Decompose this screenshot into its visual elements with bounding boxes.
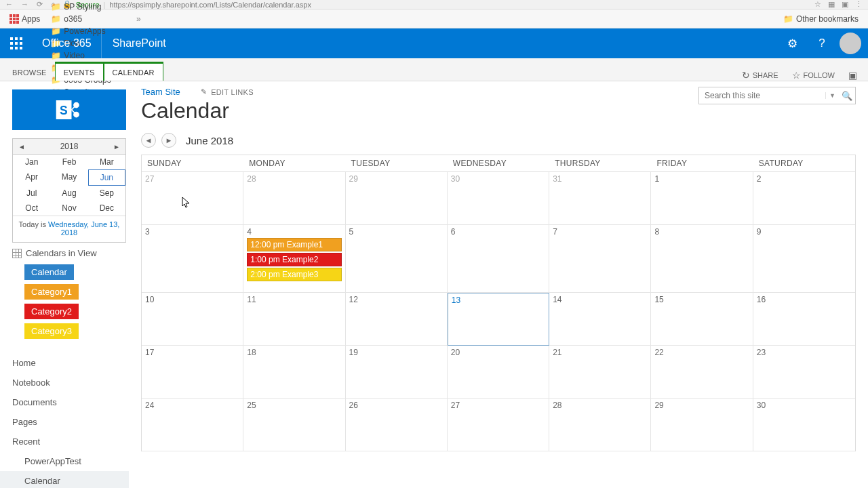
calendar-chip[interactable]: Category3 <box>24 323 79 339</box>
site-logo[interactable]: S <box>12 89 126 130</box>
month-cell[interactable]: Sep <box>88 186 125 201</box>
calendar-cell[interactable]: 18 <box>243 346 345 399</box>
quicklaunch-item[interactable]: Pages <box>0 412 129 432</box>
ribbon-tab-calendar[interactable]: CALENDAR <box>104 62 163 81</box>
focus-button[interactable]: ▣ <box>842 70 864 81</box>
calendar-cell[interactable]: 22 <box>651 346 753 399</box>
calendar-cell[interactable]: 3 <box>142 225 243 293</box>
calendar-cell[interactable]: 9 <box>753 225 855 293</box>
url-text[interactable]: https://spsimply.sharepoint.com/Lists/Ca… <box>109 1 311 9</box>
quicklaunch-item[interactable]: Documents <box>0 392 129 412</box>
calendar-cell[interactable]: 31 <box>549 172 651 225</box>
back-icon[interactable]: ← <box>5 0 13 9</box>
month-cell[interactable]: Jul <box>13 186 50 201</box>
calendar-cell[interactable]: 13 <box>448 293 549 346</box>
calendar-cell[interactable]: 29 <box>651 399 753 451</box>
follow-button[interactable]: ☆FOLLOW <box>785 70 842 81</box>
search-scope-dropdown[interactable]: ▼ <box>825 92 839 99</box>
calendar-cell[interactable]: 412:00 pm Example11:00 pm Example22:00 p… <box>243 225 345 293</box>
quicklaunch-item[interactable]: Calendar <box>0 471 129 488</box>
ribbon-tab-events[interactable]: EVENTS <box>55 62 104 81</box>
calendar-cell[interactable]: 6 <box>448 225 549 293</box>
calendar-cell[interactable]: 17 <box>142 346 243 399</box>
calendar-cell[interactable]: 24 <box>142 399 243 451</box>
calendar-cell[interactable]: 20 <box>448 346 549 399</box>
calendar-chip[interactable]: Category1 <box>24 284 79 300</box>
calendar-cell[interactable]: 30 <box>753 399 855 451</box>
edit-links[interactable]: ✎EDIT LINKS <box>201 87 254 96</box>
month-cell[interactable]: May <box>50 169 87 186</box>
calendar-cell[interactable]: 12 <box>346 293 448 346</box>
site-link[interactable]: Team Site <box>141 87 180 97</box>
settings-button[interactable]: ⚙ <box>777 28 807 58</box>
calendar-cell[interactable]: 16 <box>753 293 855 346</box>
prev-month[interactable]: ◄ <box>141 133 156 148</box>
day-number: 1 <box>654 174 749 184</box>
calendar-cell[interactable]: 11 <box>243 293 345 346</box>
calendar-cell[interactable]: 29 <box>346 172 448 225</box>
month-cell[interactable]: Jan <box>13 155 50 169</box>
quicklaunch-item[interactable]: Recent <box>0 432 129 451</box>
calendar-cell[interactable]: 25 <box>243 399 345 451</box>
star-icon[interactable]: ☆ <box>814 0 821 9</box>
prev-year[interactable]: ◄ <box>18 143 25 150</box>
month-cell[interactable]: Apr <box>13 169 50 186</box>
quicklaunch-item[interactable]: PowerAppTest <box>0 451 129 471</box>
calendar-chip[interactable]: Category2 <box>24 304 79 319</box>
search-input[interactable] <box>699 91 825 100</box>
calendar-cell[interactable]: 28 <box>549 399 651 451</box>
calendar-event[interactable]: 12:00 pm Example1 <box>247 238 341 251</box>
bookmark-item[interactable]: 📁o365 <box>47 13 130 25</box>
month-cell[interactable]: Mar <box>88 155 125 169</box>
calendar-cell[interactable]: 27 <box>142 172 243 225</box>
calendar-cell[interactable]: 21 <box>549 346 651 399</box>
menu-icon[interactable]: ⋮ <box>855 0 863 9</box>
user-avatar[interactable] <box>840 33 861 54</box>
calendar-cell[interactable]: 15 <box>651 293 753 346</box>
month-cell[interactable]: Jun <box>88 169 125 186</box>
month-cell[interactable]: Oct <box>13 201 50 216</box>
reload-icon[interactable]: ⟳ <box>37 0 43 9</box>
app-launcher[interactable] <box>0 28 33 58</box>
quicklaunch-item[interactable]: Home <box>0 353 129 373</box>
calendar-event[interactable]: 2:00 pm Example3 <box>247 268 341 281</box>
calendar-cell[interactable]: 23 <box>753 346 855 399</box>
calendar-cell[interactable]: 28 <box>243 172 345 225</box>
day-number: 31 <box>553 174 647 184</box>
calendar-cell[interactable]: 1 <box>651 172 753 225</box>
calendar-event[interactable]: 1:00 pm Example2 <box>247 253 341 266</box>
month-cell[interactable]: Aug <box>50 186 87 201</box>
share-button[interactable]: ↻SHARE <box>735 70 785 81</box>
calendar-chip[interactable]: Calendar <box>24 264 74 280</box>
month-cell[interactable]: Dec <box>88 201 125 216</box>
next-month[interactable]: ► <box>161 133 176 148</box>
calendar-cell[interactable]: 10 <box>142 293 243 346</box>
today-link[interactable]: Wednesday, June 13, 2018 <box>48 220 119 237</box>
calendar-cell[interactable]: 30 <box>448 172 549 225</box>
ext-icon[interactable]: ▦ <box>828 0 835 9</box>
suite-app[interactable]: SharePoint <box>102 37 177 49</box>
month-cell[interactable]: Feb <box>50 155 87 169</box>
next-year[interactable]: ► <box>113 143 120 150</box>
calendar-cell[interactable]: 27 <box>448 399 549 451</box>
calendar-cell[interactable]: 8 <box>651 225 753 293</box>
search-go[interactable]: 🔍 <box>839 91 855 101</box>
apps-button[interactable]: Apps <box>5 13 44 25</box>
other-bookmarks[interactable]: 📁Other bookmarks <box>779 13 863 25</box>
calendar-cell[interactable]: 19 <box>346 346 448 399</box>
forward-icon[interactable]: → <box>21 0 28 9</box>
day-number: 9 <box>757 227 852 237</box>
month-cell[interactable]: Nov <box>50 201 87 216</box>
calendar-cell[interactable]: 7 <box>549 225 651 293</box>
bookmark-item[interactable]: 📁SP Styling <box>47 1 130 13</box>
calendar-cell[interactable]: 14 <box>549 293 651 346</box>
ext-icon[interactable]: ▣ <box>842 0 848 9</box>
calendar-cell[interactable]: 5 <box>346 225 448 293</box>
quicklaunch-item[interactable]: Notebook <box>0 373 129 392</box>
calendar-cell[interactable]: 2 <box>753 172 855 225</box>
overflow-chevron[interactable]: » <box>132 14 145 24</box>
calendar-cell[interactable]: 26 <box>346 399 448 451</box>
help-button[interactable]: ? <box>807 28 837 58</box>
ribbon-tab-browse[interactable]: BROWSE <box>4 64 55 81</box>
suite-brand[interactable]: Office 365 <box>33 28 102 58</box>
